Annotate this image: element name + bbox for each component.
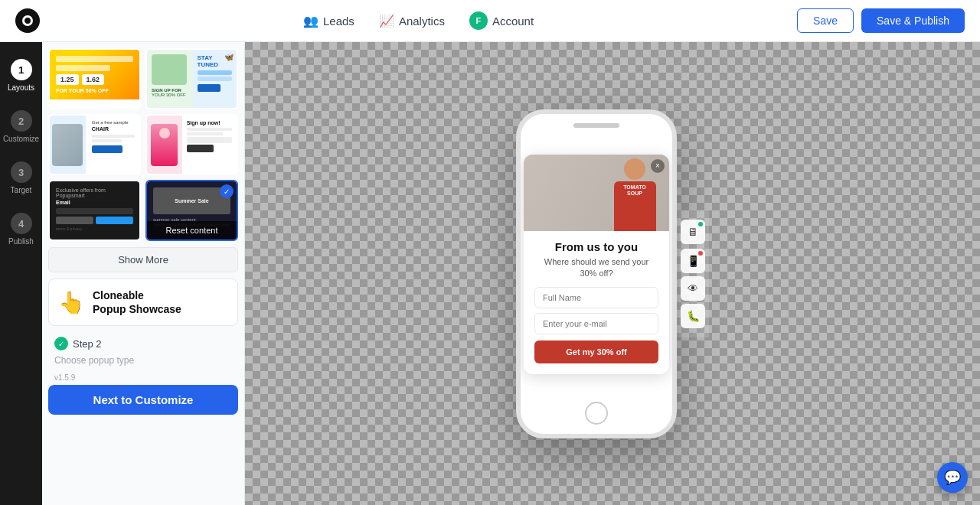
- popup-close-button[interactable]: ×: [651, 159, 665, 173]
- account-label: Account: [492, 15, 534, 28]
- layouts-panel: 1.25 1.62 FOR YOUR 50% OFF SIGN UP FOR Y…: [42, 42, 245, 505]
- step-2-label: Customize: [3, 135, 39, 143]
- leads-label: Leads: [323, 15, 354, 28]
- template-card-5[interactable]: Exclusive offers from Popupsmart Email t…: [48, 180, 141, 241]
- selected-check: ✓: [220, 184, 234, 198]
- header-buttons: Save Save & Publish: [797, 8, 965, 33]
- step-label: Step 2: [73, 338, 102, 350]
- next-to-customize-button[interactable]: Next to Customize: [48, 385, 238, 415]
- cloneable-emoji: 👆: [58, 290, 85, 315]
- popup-name-input[interactable]: [534, 287, 658, 308]
- preview-button[interactable]: 👁: [681, 276, 705, 301]
- desktop-view-button[interactable]: 🖥: [681, 220, 705, 244]
- reset-content-overlay[interactable]: Reset content: [147, 221, 237, 239]
- template-card-2[interactable]: SIGN UP FOR YOUR 30% OFF STAY TUNED 🦋: [145, 48, 238, 109]
- template-card-6[interactable]: Summer Sale summer sale content ✓ Reset …: [145, 180, 238, 241]
- step-4-label: Publish: [8, 237, 34, 246]
- template-card-3[interactable]: Get a free sample CHAIR: [48, 114, 141, 175]
- phone-mockup: TOMATOSOUP × From us to you Where should…: [516, 109, 677, 438]
- step-indicator: ✓ Step 2: [48, 332, 238, 355]
- phone-screen: TOMATOSOUP × From us to you Where should…: [521, 134, 672, 396]
- popup-card: TOMATOSOUP × From us to you Where should…: [524, 155, 669, 375]
- account-initial: F: [476, 16, 482, 25]
- step-3-label: Target: [11, 186, 32, 194]
- cloneable-banner[interactable]: 👆 CloneablePopup Showcase: [48, 279, 238, 326]
- template-card-1[interactable]: 1.25 1.62 FOR YOUR 50% OFF: [48, 48, 141, 109]
- step-2-circle: 2: [11, 110, 32, 132]
- phone-home-button: [585, 402, 608, 425]
- show-more-button[interactable]: Show More: [48, 247, 238, 272]
- save-button[interactable]: Save: [797, 8, 854, 33]
- step-4-publish[interactable]: 4 Publish: [0, 205, 42, 253]
- main-content: 1 Layouts 2 Customize 3 Target 4 Publish: [0, 42, 980, 505]
- account-avatar: F: [469, 11, 488, 30]
- step-1-circle: 1: [11, 59, 32, 80]
- popup-body: From us to you Where should we send your…: [524, 231, 669, 375]
- save-publish-button[interactable]: Save & Publish: [861, 8, 965, 33]
- phone-notch: [573, 123, 619, 128]
- header-nav: 👥 Leads 📈 Analytics F Account: [294, 7, 543, 34]
- mobile-active-indicator: [698, 251, 703, 256]
- template-grid: 1.25 1.62 FOR YOUR 50% OFF SIGN UP FOR Y…: [48, 48, 238, 241]
- step-3-circle: 3: [11, 161, 32, 183]
- chat-bubble-button[interactable]: 💬: [937, 462, 968, 493]
- nav-analytics[interactable]: 📈 Analytics: [370, 9, 454, 33]
- analytics-icon: 📈: [379, 14, 394, 28]
- choose-type-label: Choose popup type: [48, 355, 238, 370]
- nav-account[interactable]: F Account: [460, 7, 543, 34]
- mobile-view-button[interactable]: 📱: [681, 249, 705, 273]
- step-1-layouts[interactable]: 1 Layouts: [0, 51, 42, 99]
- popup-subtitle: Where should we send your30% off?: [534, 256, 658, 280]
- chat-bubble-icon: 💬: [944, 469, 961, 486]
- analytics-label: Analytics: [399, 15, 445, 28]
- header-left: [15, 8, 40, 33]
- logo-inner: [22, 15, 33, 26]
- leads-icon: 👥: [303, 14, 318, 28]
- desktop-active-indicator: [698, 222, 703, 226]
- canvas: TOMATOSOUP × From us to you Where should…: [245, 42, 980, 505]
- cloneable-title: CloneablePopup Showcase: [93, 288, 181, 316]
- popup-image-area: TOMATOSOUP ×: [524, 155, 669, 231]
- header: 👥 Leads 📈 Analytics F Account Save Save …: [0, 0, 980, 42]
- version-tag: v1.5.9: [48, 370, 238, 385]
- popup-email-input[interactable]: [534, 313, 658, 334]
- logo[interactable]: [15, 8, 40, 33]
- debug-button[interactable]: 🐛: [681, 304, 705, 328]
- popup-cta-button[interactable]: Get my 30% off: [534, 340, 658, 363]
- step-2-customize[interactable]: 2 Customize: [0, 103, 42, 151]
- popup-title: From us to you: [534, 240, 658, 253]
- step-check-icon: ✓: [54, 337, 68, 350]
- nav-leads[interactable]: 👥 Leads: [294, 9, 364, 33]
- step-3-target[interactable]: 3 Target: [0, 154, 42, 202]
- step-1-label: Layouts: [8, 83, 34, 92]
- sidebar-left: 1 Layouts 2 Customize 3 Target 4 Publish: [0, 42, 42, 505]
- template-card-4[interactable]: Sign up now!: [145, 114, 238, 175]
- step-4-circle: 4: [11, 213, 32, 234]
- right-tools-sidebar: 🖥 📱 👁 🐛: [677, 210, 709, 337]
